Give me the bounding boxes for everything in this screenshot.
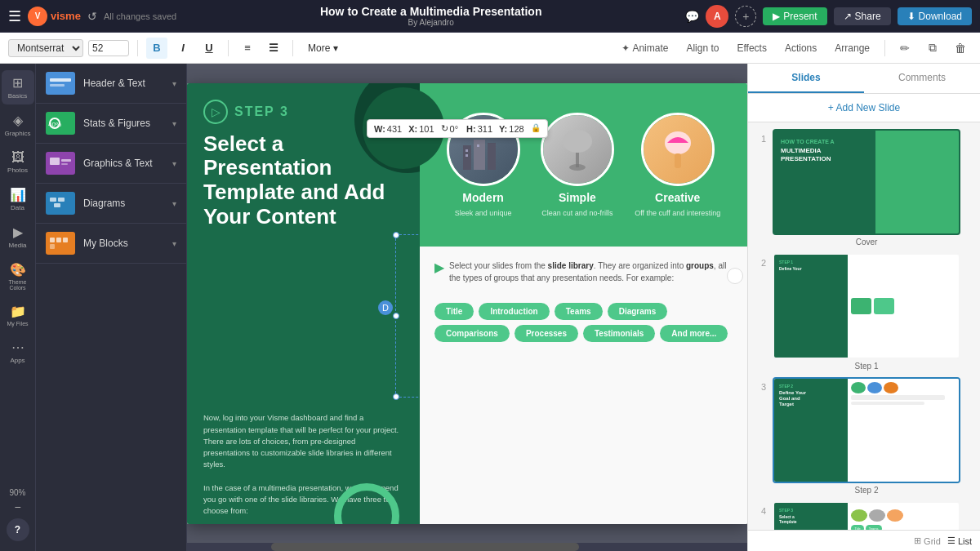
panel-header-my-blocks[interactable]: My Blocks ▾ xyxy=(36,224,186,263)
sidebar-item-theme-colors[interactable]: 🎨 Theme Colors xyxy=(2,257,34,295)
tab-slides[interactable]: Slides xyxy=(748,64,864,93)
animate-button[interactable]: ✦ Animate xyxy=(615,40,675,56)
panel-header-header-text[interactable]: Header & Text ▾ xyxy=(36,64,186,103)
share-button[interactable]: ↗ Share xyxy=(834,7,891,25)
arrange-button[interactable]: Arrange xyxy=(828,40,876,56)
tag-comparisons[interactable]: Comparisons xyxy=(434,325,510,342)
effects-button[interactable]: Effects xyxy=(730,40,773,56)
sidebar-item-data[interactable]: 📊 Data xyxy=(2,182,34,216)
panel-label-diagrams: Diagrams xyxy=(83,198,164,209)
sel-handle-bl[interactable] xyxy=(393,393,399,400)
tag-title[interactable]: Title xyxy=(434,303,474,320)
help-button[interactable]: ? xyxy=(7,518,29,541)
panel-item-my-blocks[interactable]: My Blocks ▾ xyxy=(36,224,186,264)
hamburger-icon[interactable]: ☰ xyxy=(8,7,21,25)
tag-testimonials[interactable]: Testimonials xyxy=(583,325,655,342)
share-icon: ↗ xyxy=(844,11,852,22)
zoom-minus[interactable]: − xyxy=(14,500,20,513)
panel-label-graphics-text: Graphics & Text xyxy=(83,158,164,169)
slide-thumb-3[interactable]: STEP 2 Define YourGoal andTarget xyxy=(773,377,960,483)
scrollbar-thumb[interactable] xyxy=(271,543,579,551)
toolbar-divider-2 xyxy=(228,40,229,56)
chat-icon[interactable]: 💬 xyxy=(685,10,699,23)
panel-chevron-graphics-text: ▾ xyxy=(172,159,176,168)
top-bar-center: How to Create a Multimedia Presentation … xyxy=(320,5,542,27)
sidebar-item-photos[interactable]: 🖼 Photos xyxy=(2,145,34,179)
right-panel-footer: ⊞ Grid ☰ List xyxy=(748,530,980,551)
panel-header-stats-figures[interactable]: 40% Stats & Figures ▾ xyxy=(36,104,186,143)
panel-item-graphics-text[interactable]: Graphics & Text ▾ xyxy=(36,144,186,184)
panel-chevron-stats-figures: ▾ xyxy=(172,119,176,128)
slide-thumb-2[interactable]: STEP 1 Define Your xyxy=(773,253,960,359)
sel-handle-ml[interactable] xyxy=(393,313,399,319)
tag-processes[interactable]: Processes xyxy=(514,325,578,342)
actions-button[interactable]: Actions xyxy=(778,40,823,56)
list-view-button[interactable]: ☰ List xyxy=(947,535,972,546)
tag-and-more[interactable]: And more... xyxy=(660,325,728,342)
svg-rect-17 xyxy=(466,149,468,152)
panel-toggle-button[interactable]: › xyxy=(727,268,743,284)
slide-right-bottom: ▶ Select your slides from the slide libr… xyxy=(420,247,747,524)
slide-preview[interactable]: ▷ STEP 3 Select a Presentation Template … xyxy=(187,83,747,524)
sidebar-item-media[interactable]: ▶ Media xyxy=(2,220,34,254)
tag-teams[interactable]: Teams xyxy=(555,303,603,320)
undo-button[interactable]: ↺ xyxy=(87,10,97,23)
more-button[interactable]: More ▾ xyxy=(301,40,345,56)
panel-item-header-text[interactable]: Header & Text ▾ xyxy=(36,64,186,104)
sel-left-icon[interactable]: D xyxy=(378,300,393,315)
arrow-icon: ▶ xyxy=(434,260,444,275)
font-size-input[interactable] xyxy=(88,40,129,56)
download-button[interactable]: ⬇ Download xyxy=(898,7,972,25)
copy-button[interactable]: ⧉ xyxy=(921,37,944,60)
align-to-button[interactable]: Align to xyxy=(679,40,725,56)
present-button[interactable]: ▶ Present xyxy=(763,7,826,25)
panel-header-diagrams[interactable]: Diagrams ▾ xyxy=(36,184,186,223)
panel-thumb-diagrams xyxy=(46,192,75,215)
grid-view-button[interactable]: ⊞ Grid xyxy=(914,535,941,546)
sel-handle-tl[interactable] xyxy=(393,232,399,238)
svg-rect-24 xyxy=(675,153,681,168)
slide-item-1: 1 HOW TO CREATE A MULTIMEDIA PRESENTATIO… xyxy=(755,129,973,247)
add-collaborator-button[interactable]: + xyxy=(735,6,756,27)
add-new-slide-button[interactable]: + Add New Slide xyxy=(748,94,980,122)
panel-thumb-graphics-text xyxy=(46,152,75,175)
graphics-icon: ◈ xyxy=(13,113,23,128)
tags-row: Title Introduction Teams Diagrams Compar… xyxy=(434,303,733,342)
slide-thumb-4[interactable]: STEP 3 Select aTemplate Titl xyxy=(773,501,960,530)
slide-right-top: Modern Sleek and unique Simple Clean cut… xyxy=(420,83,747,247)
align-list-button[interactable]: ☰ xyxy=(263,38,284,59)
slide-label-2: Step 1 xyxy=(773,362,960,371)
tag-introduction[interactable]: Introduction xyxy=(479,303,549,320)
step-icon: ▷ xyxy=(203,100,228,124)
slide-label-1: Cover xyxy=(773,238,960,247)
align-left-button[interactable]: ≡ xyxy=(237,38,258,59)
svg-rect-4 xyxy=(50,158,60,165)
slide-thumb-1[interactable]: HOW TO CREATE A MULTIMEDIA PRESENTATION xyxy=(773,129,960,235)
sidebar-item-my-files[interactable]: 📁 My Files xyxy=(2,299,34,331)
sidebar-item-apps[interactable]: ⋯ Apps xyxy=(2,335,34,369)
svg-rect-10 xyxy=(50,238,55,242)
delete-button[interactable]: 🗑 xyxy=(949,37,972,60)
font-family-select[interactable]: Montserrat xyxy=(8,39,83,57)
pen-tool-button[interactable]: ✏ xyxy=(893,37,916,60)
zoom-level: 90% xyxy=(9,488,25,497)
tab-comments[interactable]: Comments xyxy=(864,64,980,93)
svg-rect-11 xyxy=(56,238,61,242)
visme-logo-icon: V xyxy=(28,7,47,26)
sidebar-item-basics[interactable]: ⊞ Basics xyxy=(2,70,34,104)
underline-button[interactable]: U xyxy=(198,38,220,59)
sidebar-item-graphics[interactable]: ◈ Graphics xyxy=(2,108,34,142)
italic-button[interactable]: I xyxy=(172,38,194,59)
panel-header-graphics-text[interactable]: Graphics & Text ▾ xyxy=(36,144,186,183)
panel-chevron-my-blocks: ▾ xyxy=(172,239,176,248)
avatar[interactable]: A xyxy=(706,5,728,28)
presentation-title[interactable]: How to Create a Multimedia Presentation xyxy=(320,5,542,18)
media-icon: ▶ xyxy=(13,224,23,240)
bold-button[interactable]: B xyxy=(146,38,167,59)
svg-rect-15 xyxy=(474,140,485,170)
tag-diagrams[interactable]: Diagrams xyxy=(608,303,668,320)
panel-item-stats-figures[interactable]: 40% Stats & Figures ▾ xyxy=(36,104,186,144)
panel-item-diagrams[interactable]: Diagrams ▾ xyxy=(36,184,186,224)
canvas-scrollbar[interactable] xyxy=(187,543,747,551)
canvas-area: W: 431 X: 101 ↻ 0° H: 311 Y: xyxy=(187,64,747,551)
